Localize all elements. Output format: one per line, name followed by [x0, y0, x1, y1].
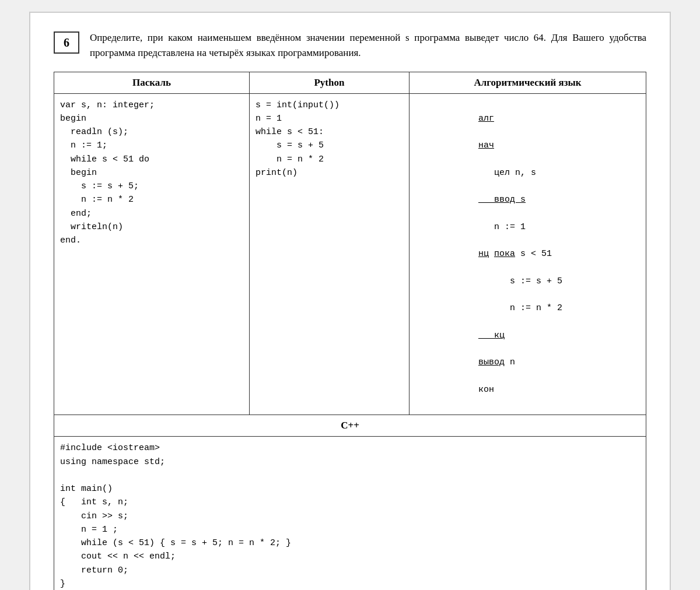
python-code: s = int(input()) n = 1 while s < 51: s =…	[256, 99, 403, 180]
alg-line3: цел n, s	[478, 168, 536, 178]
task-number-box: 6	[54, 31, 79, 54]
header-row: 6 Определите, при каком наименьшем введё…	[54, 30, 646, 61]
pascal-cell: var s, n: integer; begin readln (s); n :…	[54, 93, 250, 415]
alg-code: алг нач цел n, s ввод s n := 1 нц пока s…	[415, 99, 640, 410]
alg-line8: n := n * 2	[478, 303, 562, 313]
header-pascal: Паскаль	[54, 72, 250, 93]
task-description: Определите, при каком наименьшем введённ…	[90, 30, 646, 61]
header-python: Python	[249, 72, 409, 93]
main-table: Паскаль Python Алгоритмический язык var …	[54, 72, 646, 590]
alg-cell: алг нач цел n, s ввод s n := 1 нц пока s…	[409, 93, 646, 415]
pascal-code: var s, n: integer; begin readln (s); n :…	[60, 99, 243, 248]
cpp-code-row: #include <iostream> using namespace std;…	[54, 437, 646, 590]
alg-line5: n := 1	[478, 222, 526, 232]
cpp-cell: #include <iostream> using namespace std;…	[54, 437, 646, 590]
page: 6 Определите, при каком наименьшем введё…	[29, 12, 671, 590]
alg-line6: нц пока s < 51	[478, 249, 552, 259]
header-row-lang: Паскаль Python Алгоритмический язык	[54, 72, 646, 93]
task-number: 6	[64, 36, 69, 50]
alg-line2: нач	[478, 141, 494, 150]
alg-line4: ввод s	[478, 195, 526, 205]
header-alg: Алгоритмический язык	[409, 72, 646, 93]
cpp-header-row: C++	[54, 415, 646, 437]
alg-line1: алг	[478, 114, 494, 124]
python-cell: s = int(input()) n = 1 while s < 51: s =…	[249, 93, 409, 415]
cpp-code: #include <iostream> using namespace std;…	[60, 441, 640, 590]
alg-line9: кц	[478, 331, 505, 340]
header-cpp: C++	[54, 415, 646, 437]
alg-line11: кон	[478, 385, 494, 395]
alg-line10: вывод n	[478, 357, 515, 367]
alg-line7: s := s + 5	[478, 276, 562, 286]
code-row: var s, n: integer; begin readln (s); n :…	[54, 93, 646, 415]
